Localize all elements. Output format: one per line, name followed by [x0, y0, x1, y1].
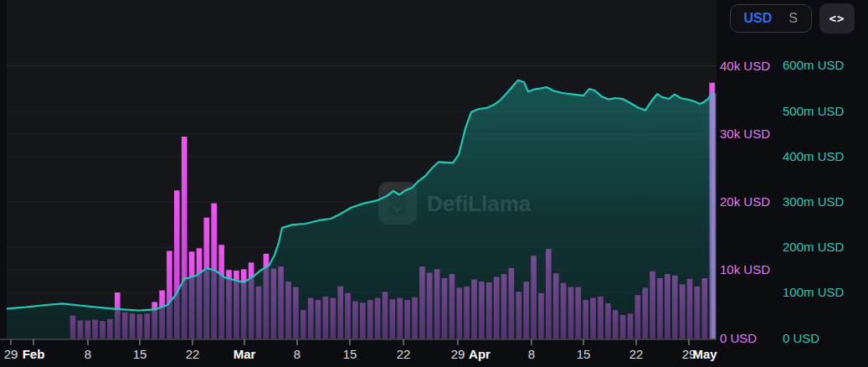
- x-axis-label: May: [692, 347, 716, 362]
- y-axis-label-fees: 10k USD: [720, 262, 770, 277]
- x-axis-label: 15: [343, 347, 357, 362]
- x-axis-label: Apr: [469, 347, 490, 362]
- currency-symbol-button[interactable]: S: [780, 8, 806, 28]
- chart-canvas[interactable]: DefiLlama: [0, 0, 868, 367]
- y-axis-label-tvl: 300m USD: [783, 194, 844, 209]
- x-axis-label: 15: [133, 347, 147, 362]
- y-axis-label-tvl: 400m USD: [783, 149, 844, 164]
- y-axis-label-fees: 30k USD: [720, 127, 770, 142]
- y-axis-label-tvl: 600m USD: [783, 58, 844, 73]
- x-axis-label: 8: [294, 347, 300, 362]
- embed-code-button[interactable]: <>: [819, 3, 855, 34]
- x-axis-label: 8: [85, 347, 91, 362]
- x-axis-label: Mar: [234, 347, 256, 362]
- x-axis-label: 29: [451, 347, 465, 362]
- y-axis-label-tvl: 200m USD: [783, 240, 844, 255]
- chart-controls: USD S <>: [730, 3, 855, 34]
- x-axis-label: 22: [629, 347, 644, 362]
- defillama-chart-widget: DefiLlama 40k USD30k USD20k USD10k USD0 …: [0, 0, 868, 367]
- y-axis-label-fees: 0 USD: [720, 331, 757, 346]
- x-axis-label: 22: [186, 347, 200, 362]
- highlight-bar: [711, 93, 716, 339]
- y-axis-label-tvl: 100m USD: [783, 285, 844, 300]
- y-axis-label-tvl: 500m USD: [783, 104, 844, 119]
- x-axis-label: 29: [4, 347, 18, 362]
- y-axis-label-fees: 40k USD: [720, 59, 770, 74]
- y-axis-label-tvl: 0 USD: [783, 331, 819, 346]
- x-axis-label: 22: [397, 347, 411, 362]
- y-axis-label-fees: 20k USD: [720, 194, 770, 209]
- x-axis-label: Feb: [23, 347, 45, 362]
- currency-toggle: USD S: [730, 4, 812, 33]
- logo-tick-mark: [383, 188, 387, 189]
- currency-usd-button[interactable]: USD: [736, 8, 781, 28]
- x-axis-label: 8: [528, 347, 535, 362]
- x-axis-label: 15: [577, 347, 591, 362]
